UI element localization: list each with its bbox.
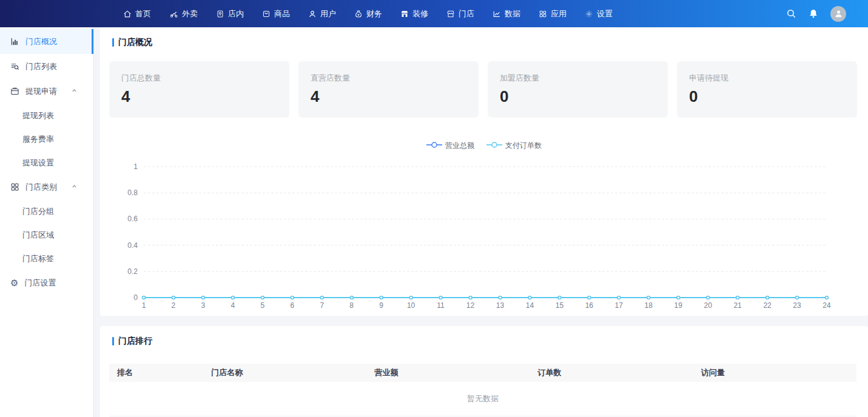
sidebar-subitem-withdraw-list[interactable]: 提现列表 [0,104,93,127]
nav-item-label: 门店 [459,8,474,19]
svg-text:22: 22 [763,301,772,310]
nav-item-label: 商品 [274,8,290,19]
column-header-store-name[interactable]: 门店名称 [203,364,366,382]
nav-item-delivery[interactable]: 外卖 [169,8,198,19]
svg-text:24: 24 [823,301,831,310]
sidebar-subitem-withdraw-settings[interactable]: 提现设置 [0,151,93,175]
svg-text:0.2: 0.2 [127,267,138,276]
main-content: 门店概况 门店总数量 4 直营店数量 4 加盟店数量 0 申请待提现 0 [94,27,868,417]
table-empty-row: 暂无数据 [109,382,856,416]
sidebar-subitem-store-tag[interactable]: 门店标签 [0,247,93,270]
sidebar-item-store-settings[interactable]: ⚙ 门店设置 [0,270,93,295]
svg-text:15: 15 [556,301,564,310]
title-accent-bar [112,337,114,345]
empty-state-text: 暂无数据 [109,382,856,416]
sidebar-item-store-category[interactable]: 门店类别 [0,175,93,199]
nav-item-apps[interactable]: 应用 [539,8,567,19]
svg-text:13: 13 [496,301,505,310]
decorate-storefront-icon [400,10,409,18]
store-icon [446,10,455,18]
finance-moneybag-icon [354,10,363,18]
sidebar-item-withdraw-apply[interactable]: 提现申请 [0,79,93,104]
section-title-overview: 门店概况 [100,27,868,48]
stat-label: 加盟店数量 [500,73,656,84]
goods-bag-icon [262,10,271,18]
stat-card-direct-stores: 直营店数量 4 [298,61,479,118]
svg-text:12: 12 [466,301,475,310]
nav-item-label: 首页 [135,8,151,19]
nav-item-data[interactable]: 数据 [493,8,520,19]
stat-card-total-stores: 门店总数量 4 [109,61,289,118]
chevron-up-icon [71,87,78,94]
legend-item-paid-orders[interactable]: 支付订单数 [486,140,542,151]
section-title-text: 门店概况 [118,37,152,48]
stat-label: 门店总数量 [121,73,277,84]
sidebar-subitem-label: 门店区域 [22,230,54,241]
nav-item-label: 设置 [597,8,613,19]
column-header-orders[interactable]: 订单数 [530,364,693,382]
sidebar: 门店概况 门店列表 提现申请 提现列表 服务费率 提现设置 门店类别 门店分组 [0,27,94,417]
sidebar-subitem-label: 提现设置 [22,158,54,168]
sidebar-subitem-label: 服务费率 [22,134,54,145]
svg-text:11: 11 [437,301,445,310]
section-title-text: 门店排行 [118,336,152,347]
svg-text:1: 1 [142,301,146,310]
svg-text:0.6: 0.6 [127,215,138,223]
stat-card-franchise-stores: 加盟店数量 0 [488,61,668,118]
line-chart: 00.20.40.60.8112345678910111213141516171… [100,155,868,316]
sidebar-item-store-overview[interactable]: 门店概况 [0,29,93,54]
nav-item-decorate[interactable]: 装修 [400,8,428,19]
legend-item-revenue[interactable]: 营业总额 [426,140,474,151]
nav-item-home[interactable]: 首页 [123,8,151,19]
nav-item-store[interactable]: 门店 [446,8,474,19]
svg-text:19: 19 [675,301,683,310]
svg-text:16: 16 [585,301,594,310]
topbar: 首页 外卖 店内 商品 用户 财务 装修 门店 [0,0,868,27]
line-circle-marker-icon [426,140,442,151]
stat-value: 0 [689,88,845,104]
sidebar-subitem-label: 提现列表 [22,110,54,121]
stat-cards: 门店总数量 4 直营店数量 4 加盟店数量 0 申请待提现 0 [100,48,868,118]
svg-text:23: 23 [793,301,801,310]
column-header-visits[interactable]: 访问量 [693,364,856,382]
svg-text:3: 3 [201,301,206,310]
nav-item-label: 数据 [505,8,520,19]
table-header-row: 排名 门店名称 营业额 订单数 访问量 [109,364,856,382]
avatar[interactable] [830,6,846,22]
nav-item-label: 店内 [228,8,244,19]
bell-icon[interactable] [809,8,818,19]
nav-item-user[interactable]: 用户 [308,8,336,19]
stat-label: 申请待提现 [689,73,845,84]
nav-item-label: 用户 [320,8,336,19]
delivery-scooter-icon [169,10,178,18]
gear-icon: ⚙ [10,278,18,287]
nav-item-instore[interactable]: 店内 [216,8,244,19]
nav-item-label: 外卖 [182,8,198,19]
column-header-revenue[interactable]: 营业额 [366,364,530,382]
stat-value: 4 [311,88,466,104]
user-icon [308,10,317,18]
category-grid-icon [10,182,19,192]
svg-text:6: 6 [290,301,294,310]
apps-grid-icon [539,10,547,18]
legend-label: 营业总额 [445,141,474,151]
nav-item-settings[interactable]: 设置 [585,8,613,19]
sidebar-item-store-list[interactable]: 门店列表 [0,54,93,79]
topbar-right [786,6,868,22]
list-search-icon [10,62,19,71]
search-icon[interactable] [786,8,796,19]
section-title-ranking: 门店排行 [100,326,868,347]
sidebar-subitem-label: 门店标签 [22,253,54,264]
svg-text:14: 14 [526,301,534,310]
nav-item-label: 财务 [366,8,382,19]
sidebar-subitem-store-group[interactable]: 门店分组 [0,199,93,223]
sidebar-item-label: 门店概况 [25,36,57,47]
sidebar-subitem-service-rate[interactable]: 服务费率 [0,127,93,151]
sidebar-subitem-store-region[interactable]: 门店区域 [0,223,93,247]
chevron-up-icon [71,183,78,190]
nav-item-finance[interactable]: 财务 [354,8,382,19]
sidebar-item-label: 提现申请 [25,86,57,97]
column-header-rank[interactable]: 排名 [109,364,203,382]
svg-text:1: 1 [133,162,138,171]
nav-item-goods[interactable]: 商品 [262,8,290,19]
